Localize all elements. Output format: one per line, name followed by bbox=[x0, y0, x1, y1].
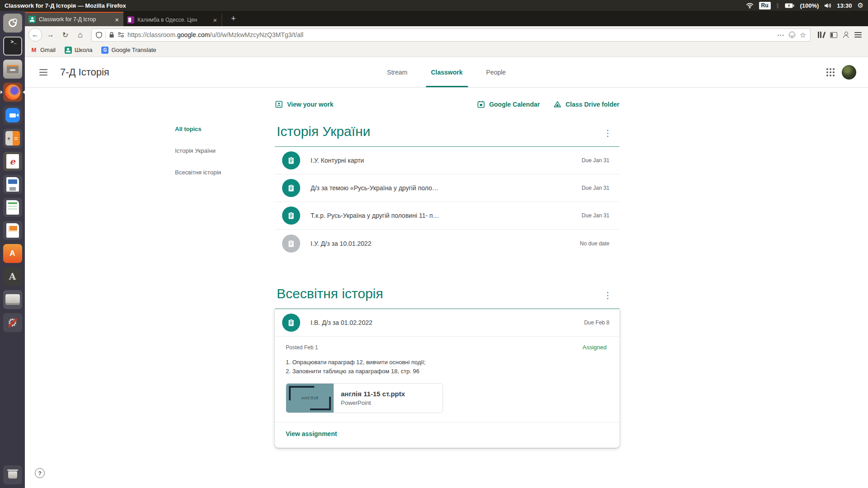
attachment-kind: PowerPoint bbox=[341, 399, 405, 406]
menu-hamburger-icon[interactable] bbox=[854, 32, 862, 38]
forward-button[interactable] bbox=[44, 28, 57, 42]
tab-classwork[interactable]: Classwork for 7-Д Істор bbox=[25, 12, 123, 26]
permissions-toggles-icon[interactable] bbox=[118, 32, 124, 38]
bluetooth-icon[interactable]: ᛒ bbox=[776, 2, 780, 9]
dock-disks-icon[interactable] bbox=[3, 290, 22, 309]
topic-istoria-ukrainy[interactable]: Історія України bbox=[175, 147, 272, 154]
assignment-row[interactable]: І.У. Контурні карти Due Jan 31 bbox=[275, 147, 619, 174]
section-kebab-menu-icon[interactable] bbox=[599, 126, 617, 140]
classroom-header: 7-Д Історія Stream Classwork People bbox=[25, 57, 868, 88]
page-actions-dots-icon[interactable] bbox=[777, 31, 784, 39]
system-tray: Ru ᛒ (100%) 13:30 ⚙ bbox=[746, 1, 868, 9]
dock-ubuntu-settings-icon[interactable] bbox=[3, 14, 22, 33]
calendar-icon bbox=[477, 100, 485, 108]
assignment-due: Due Jan 31 bbox=[582, 185, 609, 191]
classroom-favicon bbox=[28, 16, 36, 23]
account-icon[interactable] bbox=[843, 32, 849, 38]
classwork-main: Історія України І.У. Контурні карти Due … bbox=[275, 119, 619, 448]
library-icon[interactable] bbox=[818, 32, 825, 38]
bookmark-shkola[interactable]: Школа bbox=[65, 47, 93, 54]
dock-zoom-icon[interactable] bbox=[3, 106, 22, 125]
assignment-clipboard-icon bbox=[282, 235, 300, 253]
quick-links-right: Google Calendar Class Drive folder bbox=[477, 100, 619, 108]
tracking-protection-shield-icon[interactable] bbox=[96, 32, 102, 38]
tab-kalimba[interactable]: Калимба в Одессе. Цен bbox=[123, 14, 222, 26]
clock[interactable]: 13:30 bbox=[837, 2, 852, 9]
dock-ubuntu-software-icon[interactable]: A bbox=[3, 244, 22, 263]
bookmark-star-icon[interactable] bbox=[800, 31, 806, 39]
topics-sidebar: All topics Історія України Всесвітня іст… bbox=[175, 126, 272, 176]
bookmark-gmail[interactable]: Gmail bbox=[30, 47, 56, 54]
dock-libreoffice-calc-icon[interactable] bbox=[3, 198, 22, 217]
dock-firefox-icon[interactable] bbox=[3, 83, 22, 102]
dock-libreoffice-impress-icon[interactable] bbox=[3, 221, 22, 240]
attachment-thumbnail: АНГЛІЯ bbox=[286, 384, 334, 413]
view-your-work-label: View your work bbox=[287, 101, 333, 108]
sidebar-toggle-icon[interactable] bbox=[830, 32, 837, 38]
dock-files-icon[interactable] bbox=[3, 60, 22, 79]
assignment-row[interactable]: Д/з за темою «Русь-Україна у другій поло… bbox=[275, 174, 619, 202]
reload-button[interactable] bbox=[59, 28, 72, 42]
topic-vsesvitnia-istoria[interactable]: Всесвітня історія bbox=[175, 169, 272, 176]
tab-classwork-nav[interactable]: Classwork bbox=[419, 57, 474, 87]
section-vsesvitnia-istoria: Всесвітня історія І.В. Д/з за 01.02.2022… bbox=[275, 282, 619, 448]
main-menu-hamburger-icon[interactable] bbox=[39, 69, 47, 75]
dock-trash-icon[interactable] bbox=[3, 465, 22, 484]
session-gear-icon[interactable]: ⚙ bbox=[858, 1, 863, 9]
lock-icon[interactable] bbox=[109, 32, 114, 38]
file-cabinet-icon bbox=[7, 65, 19, 73]
keyboard-layout-indicator[interactable]: Ru bbox=[759, 2, 771, 9]
topic-all-topics[interactable]: All topics bbox=[175, 126, 272, 132]
dock-terminal-icon[interactable]: >_ bbox=[3, 37, 22, 56]
page-actions bbox=[777, 31, 806, 39]
google-calendar-link[interactable]: Google Calendar bbox=[477, 100, 540, 108]
section-header-vsesvitnia-istoria: Всесвітня історія bbox=[275, 282, 619, 309]
avatar[interactable] bbox=[842, 65, 856, 80]
section-title: Всесвітня історія bbox=[277, 285, 383, 302]
dock-calculator-icon[interactable]: += bbox=[3, 129, 22, 148]
tab-close-icon[interactable] bbox=[212, 16, 218, 24]
posted-date: Posted Feb 1 bbox=[286, 344, 318, 351]
battery-icon[interactable] bbox=[785, 3, 794, 8]
pocket-icon[interactable] bbox=[789, 32, 795, 38]
google-apps-grid-icon[interactable] bbox=[826, 68, 835, 76]
view-your-work-link[interactable]: View your work bbox=[275, 100, 333, 108]
url-bar[interactable]: https://classroom.google.com/u/0/w/MzkwM… bbox=[91, 28, 811, 42]
section-kebab-menu-icon[interactable] bbox=[599, 288, 617, 302]
expanded-assignment-card: І.В. Д/з за 01.02.2022 Due Feb 8 Posted … bbox=[275, 309, 619, 448]
new-tab-button[interactable]: + bbox=[225, 11, 242, 26]
assignment-row[interactable]: І.У. Д/з за 10.01.2022 No due date bbox=[275, 230, 619, 257]
volume-icon[interactable] bbox=[824, 3, 831, 9]
attachment-card[interactable]: АНГЛІЯ англія 11-15 ст.pptx PowerPoint bbox=[286, 383, 443, 413]
card-footer: View assignment bbox=[275, 422, 619, 448]
bookmark-google-translate[interactable]: Google Translate bbox=[101, 47, 156, 54]
tab-stream[interactable]: Stream bbox=[375, 57, 419, 87]
tab-close-icon[interactable] bbox=[114, 16, 120, 23]
assignment-clipboard-icon bbox=[282, 206, 300, 225]
assignment-due: No due date bbox=[580, 240, 609, 247]
bookmark-label: Google Translate bbox=[111, 47, 156, 53]
class-drive-folder-link[interactable]: Class Drive folder bbox=[553, 100, 619, 108]
home-button[interactable] bbox=[74, 28, 87, 42]
url-text: https://classroom.google.com/u/0/w/MzkwM… bbox=[127, 31, 303, 38]
help-button[interactable]: ? bbox=[35, 468, 45, 478]
wifi-icon[interactable] bbox=[746, 3, 754, 9]
window-title: Classwork for 7-Д Історія — Mozilla Fire… bbox=[0, 2, 126, 9]
tab-people[interactable]: People bbox=[474, 57, 518, 87]
assignment-title: Д/з за темою «Русь-Україна у другій поло… bbox=[311, 184, 439, 192]
view-assignment-link[interactable]: View assignment bbox=[286, 430, 337, 437]
assignment-row[interactable]: Т.к.р. Русь-Україна у другій половині 11… bbox=[275, 202, 619, 230]
firefox-window: Classwork for 7-Д Істор Калимба в Одессе… bbox=[25, 0, 868, 488]
dock-silver-a-app-icon[interactable]: A bbox=[3, 267, 22, 286]
kalimba-favicon bbox=[127, 16, 134, 23]
assignment-row-expanded[interactable]: І.В. Д/з за 01.02.2022 Due Feb 8 bbox=[275, 309, 619, 337]
trash-bin-icon bbox=[8, 471, 17, 479]
back-button[interactable] bbox=[28, 28, 42, 42]
dock-libreoffice-writer-icon[interactable] bbox=[3, 175, 22, 194]
ubuntu-logo-icon bbox=[9, 19, 17, 27]
view-your-work-icon bbox=[275, 100, 283, 108]
dock-document-viewer-icon[interactable]: e bbox=[3, 152, 22, 171]
course-title: 7-Д Історія bbox=[60, 66, 109, 78]
dock-system-tools-icon[interactable]: ⚙ bbox=[3, 313, 22, 332]
tab-title: Калимба в Одессе. Цен bbox=[137, 17, 209, 23]
